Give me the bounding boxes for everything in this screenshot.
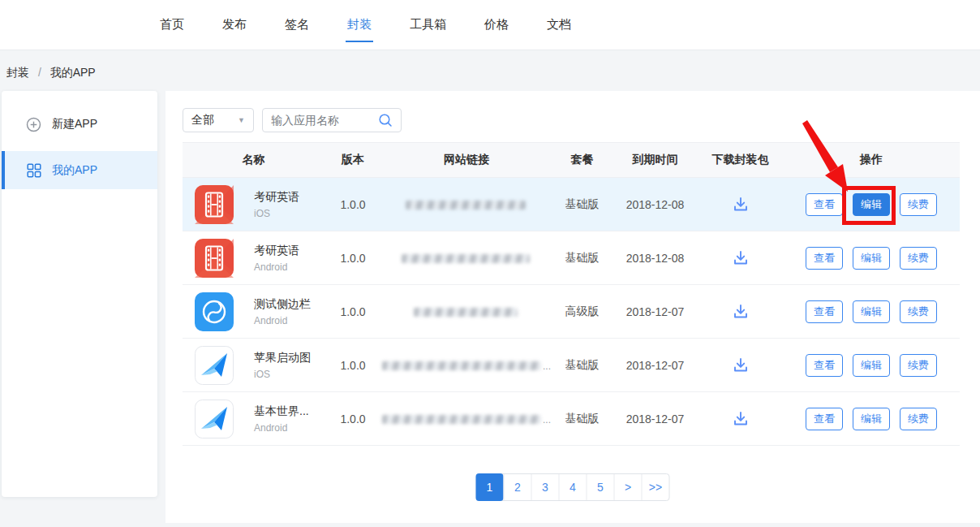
edit-button[interactable]: 编辑 — [853, 300, 890, 323]
app-expire-date: 2018-12-07 — [612, 305, 698, 318]
app-url-cell — [381, 305, 552, 317]
view-button[interactable]: 查看 — [806, 247, 843, 270]
download-icon[interactable] — [731, 302, 750, 322]
nav-item[interactable]: 封装 — [347, 17, 372, 32]
redacted-url — [402, 254, 530, 263]
download-icon[interactable] — [731, 248, 750, 268]
redacted-url — [406, 201, 526, 210]
chevron-down-icon: ▼ — [238, 116, 245, 124]
sidebar-item-new-app[interactable]: 新建APP — [2, 106, 157, 143]
download-cell — [698, 302, 783, 322]
renew-button[interactable]: 续费 — [900, 354, 937, 377]
sidebar: 新建APP 我的APP — [2, 91, 157, 497]
main-panel: 全部 ▼ 名称版本网站链接套餐到期时间下载封装包操作 考研英语 iOS — [165, 91, 980, 523]
table-row[interactable]: 苹果启动图 iOS 1.0.0 ... 基础版 2018-12-07 查看 编辑… — [183, 339, 960, 392]
nav-item[interactable]: 工具箱 — [410, 17, 446, 32]
nav-item[interactable]: 发布 — [222, 17, 247, 32]
app-version: 1.0.0 — [325, 359, 381, 372]
app-platform: iOS — [254, 208, 299, 219]
page-button[interactable]: 5 — [587, 474, 614, 500]
breadcrumb: 封装 / 我的APP — [6, 66, 96, 80]
app-url-cell — [381, 197, 552, 210]
url-suffix: ... — [543, 361, 551, 372]
category-select[interactable]: 全部 ▼ — [183, 108, 254, 132]
table-row[interactable]: 考研英语 iOS 1.0.0 基础版 2018-12-08 查看 编辑 续费 — [183, 178, 960, 231]
breadcrumb-section[interactable]: 封装 — [6, 66, 29, 79]
table-header-cell: 下载封装包 — [698, 153, 783, 167]
app-name: 苹果启动图 — [254, 351, 311, 365]
redacted-url — [382, 361, 541, 370]
table-row[interactable]: 测试侧边栏 Android 1.0.0 高级版 2018-12-07 查看 编辑… — [183, 285, 960, 339]
breadcrumb-current: 我的APP — [50, 66, 96, 79]
table-row[interactable]: 基本世界... Android 1.0.0 ... 基础版 2018-12-07… — [183, 392, 960, 446]
table-header-cell: 网站链接 — [381, 153, 552, 167]
actions-cell: 查看 编辑 续费 — [783, 354, 960, 377]
edit-button[interactable]: 编辑 — [853, 193, 890, 216]
app-name-cell: 考研英语 Android — [183, 239, 325, 278]
download-icon[interactable] — [731, 195, 750, 214]
app-version: 1.0.0 — [325, 305, 381, 318]
table-header-cell: 版本 — [325, 153, 381, 167]
app-plan: 基础版 — [552, 251, 612, 266]
sidebar-item-label: 新建APP — [52, 117, 97, 132]
app-name: 考研英语 — [254, 244, 299, 258]
app-url-cell: ... — [381, 412, 552, 425]
download-cell — [698, 195, 783, 214]
nav-item-label: 文档 — [547, 17, 571, 31]
edit-button[interactable]: 编辑 — [853, 247, 890, 270]
renew-button[interactable]: 续费 — [900, 408, 937, 430]
sidebar-item-label: 我的APP — [52, 163, 97, 178]
view-button[interactable]: 查看 — [806, 300, 843, 323]
actions-cell: 查看 编辑 续费 — [783, 408, 960, 430]
app-platform: Android — [254, 261, 299, 273]
app-expire-date: 2018-12-08 — [612, 252, 698, 265]
nav-item-label: 封装 — [347, 17, 372, 31]
page-button[interactable]: 4 — [559, 474, 587, 500]
nav-item[interactable]: 文档 — [547, 17, 571, 32]
next-page-button[interactable]: > — [614, 474, 642, 500]
edit-button[interactable]: 编辑 — [853, 408, 890, 430]
search-icon[interactable] — [378, 113, 393, 127]
app-table: 名称版本网站链接套餐到期时间下载封装包操作 考研英语 iOS 1.0.0 基础版… — [183, 142, 960, 446]
nav-list: 首页 发布 签名 封装 工具箱 价格 文档 — [0, 0, 980, 50]
page-button[interactable]: 1 — [476, 473, 504, 501]
app-name-cell: 基本世界... Android — [183, 400, 325, 438]
view-button[interactable]: 查看 — [806, 193, 843, 216]
search-input[interactable] — [271, 114, 378, 127]
nav-item[interactable]: 价格 — [484, 17, 509, 32]
search-box — [262, 108, 402, 132]
nav-item[interactable]: 签名 — [285, 17, 309, 32]
app-name-cell: 苹果启动图 iOS — [183, 346, 325, 385]
actions-cell: 查看 编辑 续费 — [783, 193, 960, 216]
grid-icon — [26, 162, 41, 178]
page-button[interactable]: 2 — [504, 474, 531, 500]
plus-circle-icon — [26, 117, 41, 132]
edit-button[interactable]: 编辑 — [853, 354, 890, 377]
app-expire-date: 2018-12-08 — [612, 198, 698, 211]
renew-button[interactable]: 续费 — [900, 300, 937, 323]
table-row[interactable]: 考研英语 Android 1.0.0 基础版 2018-12-08 查看 编辑 … — [183, 231, 960, 285]
view-button[interactable]: 查看 — [806, 408, 843, 430]
category-select-value: 全部 — [191, 113, 214, 127]
renew-button[interactable]: 续费 — [900, 193, 937, 216]
renew-button[interactable]: 续费 — [900, 247, 937, 270]
download-icon[interactable] — [731, 356, 750, 375]
table-header-cell: 套餐 — [552, 153, 612, 167]
table-header-cell: 到期时间 — [612, 153, 698, 167]
table-header-cell: 名称 — [183, 153, 325, 167]
app-name: 考研英语 — [254, 190, 299, 205]
page-button[interactable]: 3 — [531, 474, 559, 500]
view-button[interactable]: 查看 — [806, 354, 843, 377]
sidebar-item-my-app[interactable]: 我的APP — [2, 151, 157, 189]
download-cell — [698, 248, 783, 268]
nav-item-label: 发布 — [222, 17, 247, 31]
nav-item[interactable]: 首页 — [160, 17, 184, 32]
download-cell — [698, 356, 783, 375]
app-plan: 基础版 — [552, 358, 612, 373]
actions-cell: 查看 编辑 续费 — [783, 247, 960, 270]
download-icon[interactable] — [731, 409, 750, 429]
app-expire-date: 2018-12-07 — [612, 359, 698, 372]
last-page-button[interactable]: >> — [642, 474, 669, 500]
app-plan: 基础版 — [552, 197, 612, 212]
app-platform: Android — [254, 422, 309, 434]
